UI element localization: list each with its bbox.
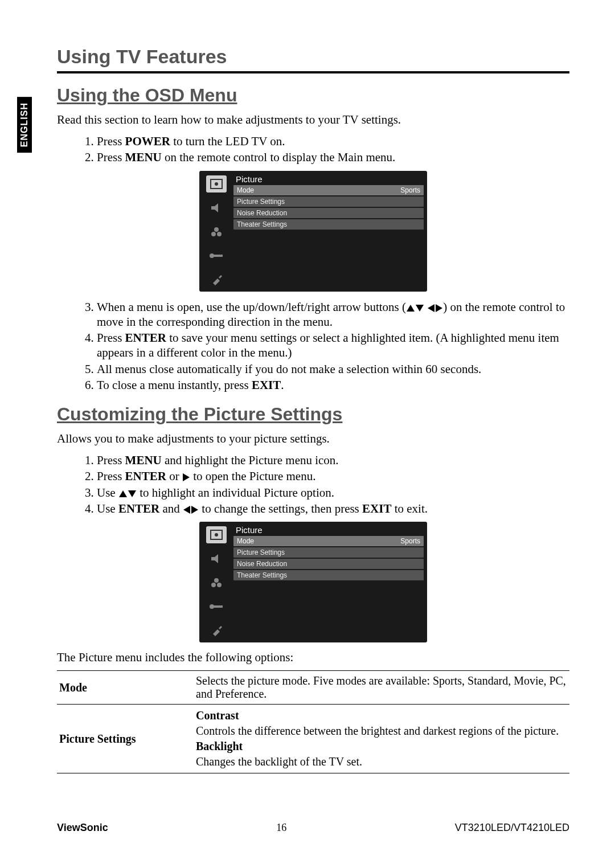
- svg-point-1: [215, 182, 218, 186]
- page-footer: ViewSonic 16 VT3210LED/VT4210LED: [57, 822, 569, 834]
- osd-row-picture-settings: Picture Settings: [233, 196, 424, 207]
- page-title: Using TV Features: [57, 46, 569, 68]
- picture-icon: [206, 175, 227, 193]
- backlight-heading: Backlight: [196, 739, 567, 754]
- lock-icon: [206, 247, 227, 264]
- osd-menu-screenshot-1: Picture ModeSports Picture Settings Nois…: [199, 171, 427, 292]
- section1-steps: Press POWER to turn the LED TV on. Press…: [57, 134, 569, 165]
- footer-page-number: 16: [276, 822, 286, 834]
- contrast-heading: Contrast: [196, 708, 567, 723]
- step-6: To close a menu instantly, press EXIT.: [97, 378, 569, 392]
- option-mode-label: Mode: [57, 671, 194, 705]
- svg-marker-2: [211, 203, 218, 212]
- picture-icon: [206, 526, 227, 543]
- channel-icon: [206, 223, 227, 240]
- step-5: All menus close automatically if you do …: [97, 362, 569, 376]
- svg-point-9: [215, 533, 218, 537]
- arrow-buttons-icon: [406, 300, 443, 314]
- osd-menu-screenshot-2: Picture ModeSports Picture Settings Nois…: [199, 522, 427, 642]
- footer-model: VT3210LED/VT4210LED: [455, 822, 569, 834]
- footer-brand: ViewSonic: [57, 822, 108, 834]
- svg-point-6: [210, 253, 214, 258]
- svg-point-12: [217, 583, 222, 587]
- section1-intro: Read this section to learn how to make a…: [57, 113, 569, 127]
- step-3: Use to highlight an individual Picture o…: [97, 485, 569, 500]
- osd-title: Picture: [233, 174, 424, 185]
- setup-icon: [206, 271, 227, 288]
- divider: [57, 71, 569, 73]
- svg-rect-15: [214, 605, 223, 608]
- step-4: Press ENTER to save your menu settings o…: [97, 330, 569, 361]
- step-4: Use ENTER and to change the settings, th…: [97, 501, 569, 516]
- osd-row-theater-settings: Theater Settings: [233, 570, 424, 580]
- svg-point-13: [214, 578, 219, 583]
- section2-intro: Allows you to make adjustments to your p…: [57, 432, 569, 446]
- svg-rect-7: [214, 255, 223, 257]
- step-2: Press MENU on the remote control to disp…: [97, 150, 569, 165]
- channel-icon: [206, 574, 227, 591]
- osd-title: Picture: [233, 525, 424, 536]
- osd-row-mode: ModeSports: [233, 536, 424, 546]
- section2-steps: Press MENU and highlight the Picture men…: [57, 453, 569, 516]
- osd-row-theater-settings: Theater Settings: [233, 219, 424, 230]
- left-right-arrow-icon: [183, 502, 199, 515]
- step-1: Press MENU and highlight the Picture men…: [97, 453, 569, 468]
- step-2: Press ENTER or to open the Picture menu.: [97, 469, 569, 484]
- backlight-desc: Changes the backlight of the TV set.: [196, 754, 567, 769]
- section-heading-osd: Using the OSD Menu: [57, 85, 569, 106]
- osd-row-mode: ModeSports: [233, 185, 424, 195]
- language-tab: ENGLISH: [17, 97, 32, 153]
- section1-steps-cont: When a menu is open, use the up/down/lef…: [57, 300, 569, 393]
- step-3: When a menu is open, use the up/down/lef…: [97, 300, 569, 330]
- osd-row-noise-reduction: Noise Reduction: [233, 208, 424, 218]
- osd-row-picture-settings: Picture Settings: [233, 547, 424, 558]
- svg-point-11: [211, 583, 216, 587]
- svg-marker-10: [211, 554, 218, 563]
- table-row: Mode Selects the picture mode. Five mode…: [57, 671, 569, 705]
- section-heading-picture: Customizing the Picture Settings: [57, 404, 569, 425]
- contrast-desc: Controls the difference between the brig…: [196, 723, 567, 739]
- svg-point-5: [214, 227, 219, 232]
- svg-point-14: [210, 604, 214, 609]
- table-row: Picture Settings Contrast Controls the d…: [57, 705, 569, 773]
- option-mode-desc: Selects the picture mode. Five modes are…: [194, 671, 569, 705]
- lock-icon: [206, 598, 227, 615]
- step-1: Press POWER to turn the LED TV on.: [97, 134, 569, 149]
- option-ps-desc: Contrast Controls the difference between…: [194, 705, 569, 773]
- svg-point-3: [211, 232, 216, 236]
- audio-icon: [206, 550, 227, 567]
- up-down-arrow-icon: [118, 486, 137, 499]
- setup-icon: [206, 622, 227, 639]
- option-ps-label: Picture Settings: [57, 705, 194, 773]
- right-arrow-icon: [182, 469, 190, 483]
- audio-icon: [206, 199, 227, 216]
- svg-point-4: [217, 232, 222, 236]
- options-intro: The Picture menu includes the following …: [57, 650, 569, 665]
- options-table: Mode Selects the picture mode. Five mode…: [57, 670, 569, 773]
- osd-row-noise-reduction: Noise Reduction: [233, 559, 424, 569]
